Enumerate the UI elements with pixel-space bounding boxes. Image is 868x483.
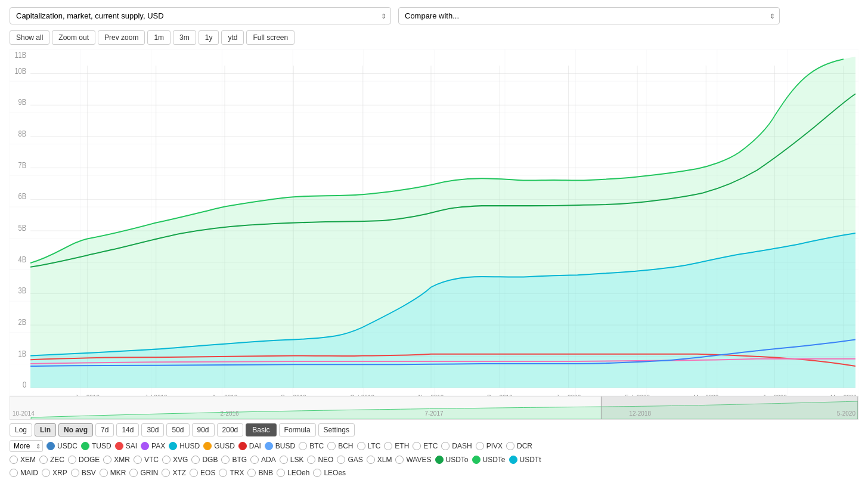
- coin-item-DAI[interactable]: DAI: [238, 441, 261, 451]
- coin-item-GAS[interactable]: GAS: [337, 454, 362, 465]
- coin-item-XVG[interactable]: XVG: [162, 454, 188, 465]
- coin-circle-GUSD: [203, 442, 212, 450]
- basic-button[interactable]: Basic: [246, 423, 276, 436]
- coin-circle-BNB: [247, 469, 256, 477]
- 90d-button[interactable]: 90d: [192, 423, 215, 436]
- compare-dropdown[interactable]: Compare with...: [398, 7, 780, 24]
- coin-item-BCH[interactable]: BCH: [327, 441, 353, 451]
- coin-row-3-items: MAIDXRPBSVMKRGRINXTZEOSTRXBNBLEOehLEOes: [10, 467, 346, 478]
- coin-label-XEM: XEM: [20, 456, 36, 464]
- coin-item-BTG[interactable]: BTG: [221, 454, 247, 465]
- prev-zoom-button[interactable]: Prev zoom: [98, 30, 145, 45]
- coin-item-NEO[interactable]: NEO: [307, 454, 333, 465]
- coin-item-DGB[interactable]: DGB: [191, 454, 218, 465]
- lin-button[interactable]: Lin: [35, 423, 56, 436]
- nav-label-4: 12-2018: [629, 410, 651, 417]
- svg-text:4B: 4B: [18, 254, 27, 264]
- coin-item-TRX[interactable]: TRX: [219, 467, 244, 478]
- coin-item-GUSD[interactable]: GUSD: [203, 441, 235, 451]
- 3m-button[interactable]: 3m: [173, 30, 196, 45]
- coin-label-USDC: USDC: [57, 442, 78, 450]
- coin-item-USDTt[interactable]: USDTt: [509, 454, 541, 465]
- coin-item-BSV[interactable]: BSV: [71, 467, 96, 478]
- coin-item-VTC[interactable]: VTC: [134, 454, 159, 465]
- coin-item-DCR[interactable]: DCR: [506, 441, 532, 451]
- coin-item-XRP[interactable]: XRP: [42, 467, 67, 478]
- more-dropdown[interactable]: More: [10, 440, 43, 452]
- 7d-button[interactable]: 7d: [95, 423, 114, 436]
- coin-circle-PAX: [141, 442, 149, 450]
- coin-item-XTZ[interactable]: XTZ: [162, 467, 186, 478]
- more-dropdown-wrapper: More: [10, 440, 43, 452]
- coin-item-BUSD[interactable]: BUSD: [265, 441, 295, 451]
- coin-circle-USDC: [46, 442, 55, 450]
- coin-item-USDC[interactable]: USDC: [46, 441, 78, 451]
- coin-label-DOGE: DOGE: [79, 456, 100, 464]
- coin-circle-BSV: [71, 469, 79, 477]
- 50d-button[interactable]: 50d: [166, 423, 189, 436]
- coin-item-XMR[interactable]: XMR: [103, 454, 130, 465]
- coin-item-LSK[interactable]: LSK: [280, 454, 304, 465]
- coin-item-DOGE[interactable]: DOGE: [68, 454, 100, 465]
- coin-circle-SAI: [115, 442, 123, 450]
- coin-circle-LSK: [280, 456, 288, 464]
- coin-item-BNB[interactable]: BNB: [247, 467, 273, 478]
- settings-button[interactable]: Settings: [318, 423, 355, 436]
- coin-circle-XVG: [162, 456, 170, 464]
- coin-item-XEM[interactable]: XEM: [10, 454, 36, 465]
- coin-item-LEOeh[interactable]: LEOeh: [277, 467, 309, 478]
- coin-circle-ETC: [413, 442, 421, 450]
- coin-row-3: MAIDXRPBSVMKRGRINXTZEOSTRXBNBLEOehLEOes: [10, 467, 858, 478]
- coin-item-PAX[interactable]: PAX: [141, 441, 165, 451]
- formula-button[interactable]: Formula: [279, 423, 316, 436]
- svg-text:3B: 3B: [18, 286, 27, 296]
- coin-item-TUSD[interactable]: TUSD: [81, 441, 111, 451]
- coin-item-MAID[interactable]: MAID: [10, 467, 38, 478]
- navigator[interactable]: 10-2014 2-2016 7-2017 12-2018 5-2020: [10, 396, 858, 420]
- coin-label-EOS: EOS: [200, 469, 215, 477]
- coin-item-ADA[interactable]: ADA: [250, 454, 276, 465]
- coin-item-PIVX[interactable]: PIVX: [476, 441, 503, 451]
- coin-item-LEOes[interactable]: LEOes: [313, 467, 346, 478]
- svg-text:8B: 8B: [18, 128, 27, 138]
- coin-item-GRIN[interactable]: GRIN: [129, 467, 158, 478]
- coin-item-ETC[interactable]: ETC: [413, 441, 438, 451]
- ytd-button[interactable]: ytd: [221, 30, 244, 45]
- coin-label-BUSD: BUSD: [275, 442, 295, 450]
- 30d-button[interactable]: 30d: [141, 423, 164, 436]
- zoom-out-button[interactable]: Zoom out: [52, 30, 95, 45]
- coin-item-SAI[interactable]: SAI: [115, 441, 137, 451]
- coin-item-BTC[interactable]: BTC: [299, 441, 324, 451]
- coin-label-NEO: NEO: [318, 456, 333, 464]
- coin-item-WAVES[interactable]: WAVES: [395, 454, 431, 465]
- coin-item-ZEC[interactable]: ZEC: [39, 454, 64, 465]
- coin-item-LTC[interactable]: LTC: [357, 441, 381, 451]
- coin-item-EOS[interactable]: EOS: [190, 467, 215, 478]
- coin-circle-USDTo: [435, 456, 444, 464]
- log-button[interactable]: Log: [10, 423, 32, 436]
- metric-dropdown-wrapper: Capitalization, market, current supply, …: [10, 7, 391, 24]
- fullscreen-button[interactable]: Full screen: [246, 30, 294, 45]
- 14d-button[interactable]: 14d: [116, 423, 139, 436]
- coin-item-MKR[interactable]: MKR: [100, 467, 126, 478]
- coin-item-XLM[interactable]: XLM: [367, 454, 392, 465]
- coin-label-USDTo: USDTo: [446, 456, 469, 464]
- coin-item-DASH[interactable]: DASH: [441, 441, 472, 451]
- coin-circle-LEOes: [313, 469, 321, 477]
- svg-text:10B: 10B: [14, 66, 26, 76]
- no-avg-button[interactable]: No avg: [58, 423, 93, 436]
- 200d-button[interactable]: 200d: [217, 423, 244, 436]
- coin-item-HUSD[interactable]: HUSD: [169, 441, 200, 451]
- coin-label-ETC: ETC: [423, 442, 438, 450]
- metric-dropdown[interactable]: Capitalization, market, current supply, …: [10, 7, 391, 24]
- coin-label-TRX: TRX: [230, 469, 244, 477]
- show-all-button[interactable]: Show all: [10, 30, 49, 45]
- 1y-button[interactable]: 1y: [199, 30, 219, 45]
- coin-item-USDTo[interactable]: USDTo: [435, 454, 469, 465]
- 1m-button[interactable]: 1m: [147, 30, 170, 45]
- coin-label-GUSD: GUSD: [214, 442, 235, 450]
- coin-item-ETH[interactable]: ETH: [384, 441, 409, 451]
- coin-circle-DCR: [506, 442, 514, 450]
- coin-item-USDTe[interactable]: USDTe: [472, 454, 506, 465]
- coin-label-BCH: BCH: [338, 442, 353, 450]
